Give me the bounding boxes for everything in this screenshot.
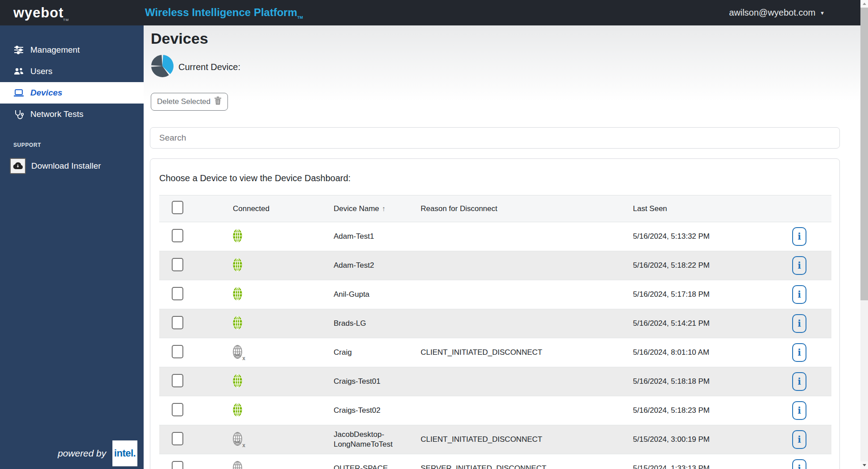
download-installer-button[interactable]: Download Installer xyxy=(0,154,144,178)
device-info-button[interactable]: i xyxy=(792,401,806,420)
users-icon xyxy=(13,66,24,77)
connected-globe-icon xyxy=(233,287,242,303)
scroll-up-icon xyxy=(863,3,866,5)
sidebar-item-label: Devices xyxy=(30,88,62,98)
device-name: Craig xyxy=(334,348,352,357)
devices-table: Connected Device Name↑ Reason for Discon… xyxy=(159,195,831,469)
select-all-checkbox[interactable] xyxy=(172,201,183,214)
row-checkbox[interactable] xyxy=(172,287,183,300)
sidebar-item-label: Users xyxy=(30,66,53,76)
device-table-body: x Adam-Test1 5/16/2024, 5:13:32 PM i xyxy=(159,222,831,469)
device-row[interactable]: x Anil-Gupta 5/16/2024, 5:17:18 PM i xyxy=(159,280,831,309)
device-info-button[interactable]: i xyxy=(792,372,806,391)
last-seen-timestamp: 5/15/2024, 1:33:13 PM xyxy=(633,464,710,469)
connected-globe-icon xyxy=(233,258,242,274)
device-row[interactable]: x OUTER-SPACE SERVER_INITIATED_DISCONNEC… xyxy=(159,454,831,469)
device-name: Adam-Test1 xyxy=(334,232,374,241)
scrollbar-thumb[interactable] xyxy=(860,8,868,300)
sort-ascending-icon: ↑ xyxy=(382,205,385,212)
row-checkbox[interactable] xyxy=(172,229,183,242)
device-info-button[interactable]: i xyxy=(792,256,806,275)
scroll-down-icon xyxy=(863,464,866,466)
device-row[interactable]: x Craigs-Test01 5/16/2024, 5:18:18 PM i xyxy=(159,367,831,396)
device-row[interactable]: x Adam-Test2 5/16/2024, 5:18:22 PM i xyxy=(159,251,831,280)
logo-trademark: TM xyxy=(63,18,69,22)
platform-title: Wireless Intelligence PlatformTM xyxy=(145,6,303,20)
sidebar-item-users[interactable]: Users xyxy=(0,61,144,82)
support-section-heading: SUPPORT xyxy=(13,142,144,148)
stethoscope-icon xyxy=(13,109,24,120)
row-checkbox[interactable] xyxy=(172,316,183,329)
connected-globe-icon xyxy=(233,316,242,332)
page-scrollbar[interactable] xyxy=(860,0,868,469)
trash-icon xyxy=(214,96,222,107)
device-info-button[interactable]: i xyxy=(792,343,806,362)
device-row[interactable]: x Craigs-Test02 5/16/2024, 5:18:23 PM i xyxy=(159,396,831,425)
column-header-reason[interactable]: Reason for Disconnect xyxy=(421,195,633,222)
cloud-download-icon xyxy=(10,158,26,174)
table-header-row: Connected Device Name↑ Reason for Discon… xyxy=(159,195,831,222)
main-content: Devices Current Device: Delete Selected … xyxy=(144,25,860,469)
row-checkbox[interactable] xyxy=(172,345,183,358)
chevron-down-icon: ▼ xyxy=(820,10,825,16)
pie-chart-icon xyxy=(151,54,174,79)
device-info-button[interactable]: i xyxy=(792,227,806,246)
column-header-device-name[interactable]: Device Name↑ xyxy=(334,195,421,222)
last-seen-timestamp: 5/16/2024, 5:13:32 PM xyxy=(633,232,710,241)
search-input[interactable] xyxy=(150,127,840,149)
disconnect-reason: CLIENT_INITIATED_DISCONNECT xyxy=(421,435,542,444)
device-name: OUTER-SPACE xyxy=(334,464,388,469)
device-name: Craigs-Test01 xyxy=(334,377,380,386)
device-row[interactable]: x Adam-Test1 5/16/2024, 5:13:32 PM i xyxy=(159,222,831,251)
disconnect-reason: CLIENT_INITIATED_DISCONNECT xyxy=(421,348,542,357)
column-header-connected[interactable]: Connected xyxy=(233,195,334,222)
connected-globe-icon xyxy=(233,403,242,419)
device-name: Brads-LG xyxy=(334,319,366,328)
user-account-menu[interactable]: awilson@wyebot.com ▼ xyxy=(729,8,825,18)
last-seen-timestamp: 5/16/2024, 5:18:23 PM xyxy=(633,406,710,415)
row-checkbox[interactable] xyxy=(172,432,183,445)
row-checkbox[interactable] xyxy=(172,258,183,271)
powered-by-text: powered by xyxy=(58,448,106,459)
scrollbar-down-button[interactable] xyxy=(860,461,868,469)
scrollbar-up-button[interactable] xyxy=(860,0,868,8)
disconnected-globe-icon: x xyxy=(233,345,242,361)
download-installer-label: Download Installer xyxy=(31,161,101,171)
row-checkbox[interactable] xyxy=(172,374,183,387)
device-name: JacobDesktop-LongNameToTest xyxy=(334,430,393,448)
table-caption: Choose a Device to view the Device Dashb… xyxy=(159,173,831,183)
last-seen-timestamp: 5/15/2024, 3:00:19 PM xyxy=(633,435,710,444)
device-row[interactable]: x JacobDesktop-LongNameToTest CLIENT_INI… xyxy=(159,425,831,454)
device-name: Craigs-Test02 xyxy=(334,406,380,415)
disconnect-x-mark: x xyxy=(242,442,245,448)
row-checkbox[interactable] xyxy=(172,461,183,469)
wyebot-logo: wyebotTM xyxy=(13,5,64,21)
sidebar-item-label: Management xyxy=(30,45,80,55)
device-info-button[interactable]: i xyxy=(792,459,806,469)
sidebar-item-management[interactable]: Management xyxy=(0,39,144,61)
last-seen-timestamp: 5/16/2024, 5:14:21 PM xyxy=(633,319,710,328)
device-name: Adam-Test2 xyxy=(334,261,374,270)
column-header-last-seen[interactable]: Last Seen xyxy=(633,195,792,222)
last-seen-timestamp: 5/16/2024, 5:17:18 PM xyxy=(633,290,710,299)
last-seen-timestamp: 5/16/2024, 8:01:10 AM xyxy=(633,348,709,357)
sidebar: Management Users Devices Network Tests xyxy=(0,25,144,469)
disconnected-globe-icon: x xyxy=(233,432,242,448)
current-device-label: Current Device: xyxy=(178,62,240,72)
delete-selected-button[interactable]: Delete Selected xyxy=(151,93,228,111)
disconnected-globe-icon: x xyxy=(233,461,242,469)
connected-globe-icon xyxy=(233,229,242,245)
sidebar-item-devices[interactable]: Devices xyxy=(0,82,144,104)
device-row[interactable]: x Craig CLIENT_INITIATED_DISCONNECT 5/16… xyxy=(159,338,831,367)
device-info-button[interactable]: i xyxy=(792,430,806,449)
device-info-button[interactable]: i xyxy=(792,314,806,333)
sidebar-item-network-tests[interactable]: Network Tests xyxy=(0,104,144,125)
device-info-button[interactable]: i xyxy=(792,285,806,304)
device-name: Anil-Gupta xyxy=(334,290,369,299)
device-row[interactable]: x Brads-LG 5/16/2024, 5:14:21 PM i xyxy=(159,309,831,338)
disconnect-x-mark: x xyxy=(242,355,245,361)
connected-globe-icon xyxy=(233,374,242,390)
row-checkbox[interactable] xyxy=(172,403,183,416)
page-title: Devices xyxy=(151,30,860,47)
last-seen-timestamp: 5/16/2024, 5:18:18 PM xyxy=(633,377,710,386)
